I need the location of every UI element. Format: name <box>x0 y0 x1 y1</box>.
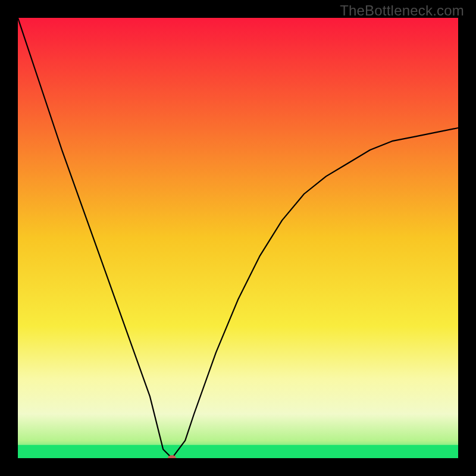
plot-area <box>18 18 458 458</box>
green-band <box>18 445 458 458</box>
watermark-text: TheBottleneck.com <box>340 2 464 19</box>
plot-svg <box>18 18 458 458</box>
plot-background <box>18 18 458 458</box>
chart-frame: TheBottleneck.com <box>0 0 476 476</box>
